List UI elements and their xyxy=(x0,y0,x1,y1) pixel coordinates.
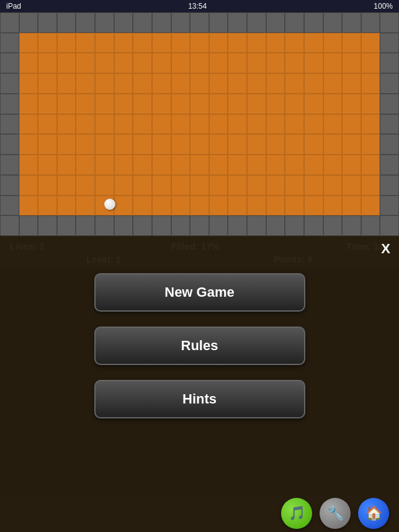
tile xyxy=(342,196,361,216)
tile xyxy=(38,175,57,196)
tile xyxy=(57,215,76,236)
tile xyxy=(247,215,266,236)
tile xyxy=(247,12,266,33)
tile xyxy=(361,12,380,33)
tile xyxy=(114,73,133,94)
tile xyxy=(285,33,304,53)
tile xyxy=(76,215,95,236)
tile xyxy=(323,175,343,196)
tile xyxy=(247,73,266,94)
tile xyxy=(190,12,209,33)
tile xyxy=(304,196,323,216)
tile xyxy=(57,73,76,94)
tile xyxy=(247,175,266,196)
tile xyxy=(95,215,114,236)
tile xyxy=(95,73,114,94)
tile xyxy=(266,33,285,53)
tile xyxy=(38,196,57,216)
tile xyxy=(133,114,152,135)
tile xyxy=(228,12,247,33)
tile xyxy=(57,155,76,175)
rules-button[interactable]: Rules xyxy=(94,327,305,365)
tile xyxy=(304,53,323,73)
tile xyxy=(266,73,285,94)
tile xyxy=(95,114,114,135)
tile xyxy=(380,215,399,236)
tile xyxy=(190,33,209,53)
tile xyxy=(171,114,191,135)
tile xyxy=(152,175,171,196)
tile xyxy=(228,73,247,94)
tile xyxy=(209,134,228,155)
tile xyxy=(152,134,171,155)
settings-button[interactable]: 🔧 xyxy=(320,498,351,529)
tile xyxy=(57,33,76,53)
tile xyxy=(57,12,76,33)
tile xyxy=(209,114,228,135)
tile xyxy=(285,196,304,216)
tile xyxy=(76,94,95,114)
tile xyxy=(380,155,399,175)
tile xyxy=(342,12,361,33)
tile xyxy=(38,73,57,94)
tile xyxy=(114,175,133,196)
tile xyxy=(266,114,285,135)
tile xyxy=(209,196,228,216)
tile xyxy=(38,94,57,114)
tile xyxy=(152,33,171,53)
tile xyxy=(342,114,361,135)
ball xyxy=(104,199,115,210)
tile xyxy=(304,155,323,175)
tile xyxy=(266,155,285,175)
tile xyxy=(114,134,133,155)
tile xyxy=(133,33,152,53)
tile xyxy=(38,53,57,73)
tile xyxy=(304,94,323,114)
tile xyxy=(114,33,133,53)
tile xyxy=(0,215,19,236)
tile xyxy=(114,196,133,216)
tile xyxy=(190,175,209,196)
tile xyxy=(19,12,38,33)
tile xyxy=(0,12,19,33)
tile xyxy=(228,134,247,155)
tile xyxy=(323,114,343,135)
tile xyxy=(76,53,95,73)
tile xyxy=(0,33,19,53)
tile xyxy=(57,175,76,196)
tile xyxy=(342,53,361,73)
tile-grid xyxy=(0,12,399,236)
tile xyxy=(152,12,171,33)
tile xyxy=(342,215,361,236)
tile xyxy=(190,155,209,175)
hints-button[interactable]: Hints xyxy=(94,380,305,418)
tile xyxy=(380,12,399,33)
tile xyxy=(57,94,76,114)
tile xyxy=(285,155,304,175)
tile xyxy=(152,196,171,216)
tile xyxy=(19,114,38,135)
tile xyxy=(380,53,399,73)
tile xyxy=(171,215,191,236)
tile xyxy=(285,114,304,135)
tile xyxy=(19,175,38,196)
tile xyxy=(266,12,285,33)
tile xyxy=(285,94,304,114)
close-button[interactable]: X xyxy=(381,241,390,257)
tile xyxy=(323,73,343,94)
music-button[interactable]: 🎵 xyxy=(281,498,312,529)
settings-icon: 🔧 xyxy=(327,505,344,521)
home-button[interactable]: 🏠 xyxy=(358,498,389,529)
tile xyxy=(114,155,133,175)
tile xyxy=(361,73,380,94)
tile xyxy=(209,73,228,94)
tile xyxy=(38,12,57,33)
tile xyxy=(323,33,343,53)
new-game-button[interactable]: New Game xyxy=(94,273,305,312)
tile xyxy=(361,134,380,155)
tile xyxy=(19,215,38,236)
tile xyxy=(361,196,380,216)
tile xyxy=(228,33,247,53)
tile xyxy=(171,94,191,114)
tile xyxy=(285,53,304,73)
